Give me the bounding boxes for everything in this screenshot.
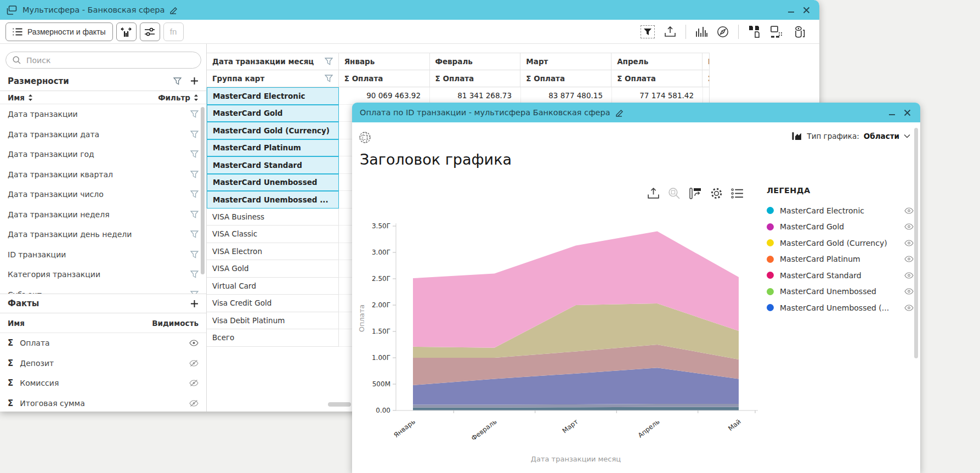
- edit-title-icon[interactable]: [615, 109, 624, 117]
- value-cell[interactable]: 90 069 463.92: [339, 87, 430, 105]
- layout-icon[interactable]: [771, 26, 784, 38]
- legend-item[interactable]: MasterCard Unembossed: [767, 284, 914, 300]
- value-cell[interactable]: 77 174 581.42: [612, 87, 703, 105]
- row-filter-icon[interactable]: [190, 230, 199, 238]
- dimensions-filter-icon[interactable]: [173, 77, 182, 85]
- header-filter-icon[interactable]: [325, 75, 333, 82]
- measure-header[interactable]: Σ Оплата: [430, 70, 521, 88]
- group-cell[interactable]: MasterCard Platinum: [207, 139, 339, 157]
- compass-icon[interactable]: [717, 26, 729, 38]
- eye-icon[interactable]: [904, 272, 914, 279]
- hide-columns-icon[interactable]: [793, 25, 806, 38]
- edit-title-icon[interactable]: [169, 6, 178, 14]
- add-dimension-button[interactable]: [190, 77, 199, 85]
- fact-row[interactable]: Σ Итоговая сумма: [0, 393, 206, 412]
- group-cell[interactable]: Visa Debit Platinum: [207, 312, 339, 330]
- chart-type-select[interactable]: Тип графика: Области: [791, 131, 910, 141]
- dimension-row[interactable]: Субъект: [0, 285, 206, 294]
- eye-icon[interactable]: [904, 288, 914, 295]
- group-cell[interactable]: Virtual Card: [207, 278, 339, 295]
- header-filter-icon[interactable]: [325, 58, 333, 65]
- chart-titlebar[interactable]: Оплата по ID транзакции - мультисфера Ба…: [352, 103, 920, 122]
- month-header[interactable]: Май: [703, 53, 709, 70]
- filter-active-button[interactable]: [641, 25, 655, 38]
- main-close-button[interactable]: [798, 2, 814, 18]
- column-dimension-header[interactable]: Дата транзакции месяц: [207, 53, 339, 70]
- month-header[interactable]: Март: [520, 53, 611, 70]
- value-cell[interactable]: 83 877 480.15: [521, 87, 612, 105]
- eye-off-icon[interactable]: [189, 400, 199, 407]
- horizontal-scrollbar[interactable]: [328, 402, 351, 407]
- legend-item[interactable]: MasterCard Gold: [767, 219, 914, 235]
- measure-header[interactable]: Σ Оплата: [339, 70, 430, 88]
- chart-close-button[interactable]: [899, 105, 915, 120]
- fact-row[interactable]: Σ Оплата: [0, 333, 206, 353]
- sidebar-scrollbar[interactable]: [201, 107, 205, 274]
- group-cell[interactable]: MasterCard Gold (Currency): [207, 122, 339, 139]
- dimension-row[interactable]: Категория транзакции: [0, 264, 206, 285]
- group-cell[interactable]: VISA Electron: [207, 243, 339, 261]
- group-cell[interactable]: Visa Credit Gold: [207, 295, 339, 312]
- group-cell[interactable]: MasterCard Electronic: [207, 87, 339, 105]
- settings-gear-icon[interactable]: [710, 187, 723, 200]
- legend-item[interactable]: MasterCard Gold (Currency): [767, 235, 914, 251]
- add-fact-button[interactable]: [190, 300, 199, 308]
- main-minimize-button[interactable]: [783, 2, 798, 18]
- dimension-row[interactable]: ID транзакции: [0, 245, 206, 265]
- search-input[interactable]: [25, 55, 194, 65]
- group-cell[interactable]: MasterCard Unembossed: [207, 174, 339, 192]
- export-icon[interactable]: [647, 187, 660, 200]
- dimension-row[interactable]: Дата транзакции дата: [0, 125, 206, 145]
- row-filter-icon[interactable]: [190, 171, 199, 178]
- zoom-icon[interactable]: [668, 187, 681, 200]
- fact-row[interactable]: Σ Депозит: [0, 353, 206, 374]
- dimension-row[interactable]: Дата транзакции квартал: [0, 165, 206, 185]
- dimension-row[interactable]: Дата транзакции неделя: [0, 205, 206, 225]
- total-cell[interactable]: Всего: [207, 329, 339, 347]
- legend-item[interactable]: MasterCard Platinum: [767, 251, 914, 268]
- sort-filter-icon[interactable]: [194, 94, 199, 101]
- row-filter-icon[interactable]: [190, 211, 199, 218]
- fact-row[interactable]: Σ Комиссия: [0, 373, 206, 393]
- multisphere-icon[interactable]: [359, 131, 371, 144]
- row-filter-icon[interactable]: [190, 150, 199, 158]
- main-titlebar[interactable]: Мультисфера - Банковская сфера: [0, 0, 819, 20]
- group-cell[interactable]: MasterCard Standard: [207, 156, 339, 174]
- group-cell[interactable]: VISA Gold: [207, 260, 339, 278]
- measure-header[interactable]: Σ Оплата: [520, 70, 611, 88]
- copy-sheets-icon[interactable]: [748, 25, 761, 38]
- sliders-button[interactable]: [140, 22, 160, 41]
- eye-off-icon[interactable]: [189, 380, 199, 386]
- legend-item[interactable]: MasterCard Standard: [767, 267, 914, 284]
- row-filter-icon[interactable]: [190, 190, 199, 198]
- pivot-swap-icon[interactable]: [689, 187, 702, 200]
- sort-name-icon[interactable]: [28, 94, 33, 101]
- eye-icon[interactable]: [904, 256, 914, 262]
- dimension-row[interactable]: Дата транзакции день недели: [0, 224, 206, 245]
- group-cell[interactable]: VISA Classic: [207, 226, 339, 243]
- eye-icon[interactable]: [904, 207, 914, 214]
- group-cell[interactable]: MasterCard Gold: [207, 105, 339, 122]
- month-header[interactable]: Апрель: [611, 53, 703, 70]
- search-box[interactable]: [5, 52, 201, 69]
- group-cell[interactable]: MasterCard Unembossed ...: [207, 191, 339, 209]
- chart-minimize-button[interactable]: [884, 105, 899, 120]
- legend-list-icon[interactable]: [731, 188, 744, 199]
- eye-off-icon[interactable]: [189, 360, 199, 367]
- month-header[interactable]: Февраль: [430, 53, 521, 70]
- month-header[interactable]: Январь: [339, 53, 430, 70]
- legend-item[interactable]: MasterCard Unembossed (...: [767, 300, 914, 316]
- eye-icon[interactable]: [189, 340, 199, 346]
- eye-icon[interactable]: [904, 223, 914, 230]
- measure-header[interactable]: Σ Оплата: [611, 70, 703, 88]
- dimension-row[interactable]: Дата транзакции число: [0, 184, 206, 205]
- chart-window-scrollbar[interactable]: [914, 128, 918, 358]
- eye-icon[interactable]: [904, 240, 914, 246]
- move-columns-button[interactable]: [116, 22, 137, 41]
- row-dimension-header[interactable]: Группа карт: [207, 70, 339, 88]
- dims-facts-button[interactable]: Размерности и факты: [5, 22, 113, 41]
- row-filter-icon[interactable]: [190, 271, 199, 278]
- row-filter-icon[interactable]: [190, 131, 199, 138]
- row-filter-icon[interactable]: [190, 110, 199, 118]
- fn-button[interactable]: fn: [163, 22, 184, 41]
